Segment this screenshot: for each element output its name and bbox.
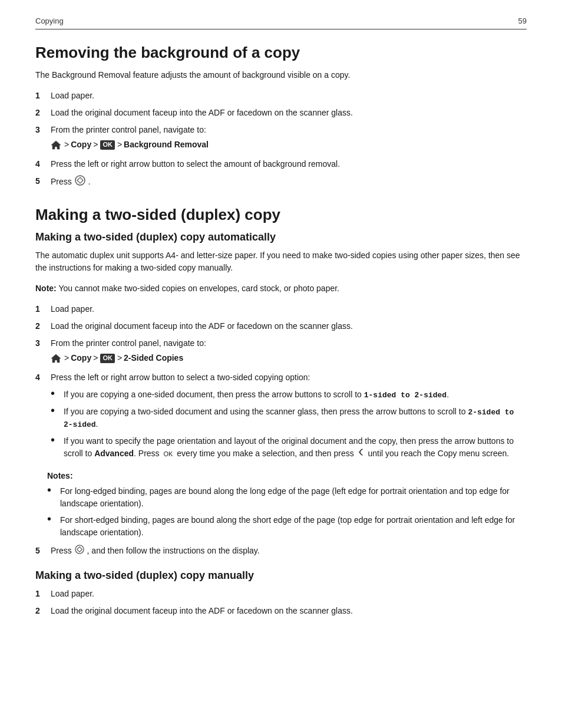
subsection2-steps: 1 Load paper. 2 Load the original docume… bbox=[35, 588, 527, 617]
step-1: 1 Load paper. bbox=[35, 90, 527, 102]
step-num-4: 4 bbox=[35, 158, 48, 170]
step-2: 2 Load the original document faceup into… bbox=[35, 107, 527, 119]
bullet-list-options: • If you are copying a one-sided documen… bbox=[51, 388, 527, 460]
step-num-2: 2 bbox=[35, 107, 48, 119]
step-num-3: 3 bbox=[35, 124, 48, 136]
s2-step-3: 3 From the printer control panel, naviga… bbox=[35, 337, 527, 367]
step-content-2: Load the original document faceup into t… bbox=[51, 107, 527, 119]
s3-step-1: 1 Load paper. bbox=[35, 588, 527, 600]
s2-step-4: 4 Press the left or right arrow button t… bbox=[35, 371, 527, 465]
s2-copy-nav-label: Copy bbox=[71, 352, 91, 364]
ok-box-2: OK bbox=[100, 354, 115, 363]
header-bar: Copying 59 bbox=[35, 17, 527, 29]
home-icon-2 bbox=[51, 354, 61, 363]
section1-intro: The Background Removal feature adjusts t… bbox=[35, 69, 527, 81]
arrow-3: > bbox=[117, 139, 122, 151]
s2-step-content-2: Load the original document faceup into t… bbox=[51, 320, 527, 332]
nav-path-2: > Copy > OK > 2-Sided Copies bbox=[51, 352, 183, 364]
s2-step-num-5: 5 bbox=[35, 545, 48, 557]
section1-title: Removing the background of a copy bbox=[35, 44, 527, 62]
note-content-2: For short-edged binding, pages are bound… bbox=[60, 514, 527, 539]
ok-box-1: OK bbox=[100, 140, 115, 150]
note-content-1: For long-edged binding, pages are bound … bbox=[60, 485, 527, 510]
step-content-3: From the printer control panel, navigate… bbox=[51, 124, 527, 153]
back-arrow-icon bbox=[356, 447, 366, 460]
home-icon bbox=[51, 140, 61, 150]
copy-nav-label: Copy bbox=[71, 139, 91, 151]
bullet-content-2: If you are copying a two-sided document … bbox=[64, 406, 527, 431]
s2-step-num-1: 1 bbox=[35, 303, 48, 315]
note-dot-1: • bbox=[47, 484, 58, 496]
nav-path-1: > Copy > OK > Background Removal bbox=[51, 139, 209, 151]
step-content-5: Press . bbox=[51, 175, 527, 189]
bullet-dot-1: • bbox=[51, 387, 61, 399]
s2-step-num-4: 4 bbox=[35, 371, 48, 384]
note-dot-2: • bbox=[47, 513, 58, 525]
start-button-icon-2 bbox=[75, 545, 84, 558]
step-4: 4 Press the left or right arrow button t… bbox=[35, 158, 527, 170]
notes-title: Notes: bbox=[47, 471, 527, 480]
s2-step-num-2: 2 bbox=[35, 320, 48, 332]
bullet-item-3: • If you want to specify the page orient… bbox=[51, 435, 527, 460]
step-num-5: 5 bbox=[35, 175, 48, 187]
two-sided-nav-label: 2-Sided Copies bbox=[124, 352, 183, 364]
step-content-4: Press the left or right arrow button to … bbox=[51, 158, 527, 170]
advanced-bold: Advanced bbox=[94, 449, 134, 458]
arrow-1: > bbox=[64, 139, 69, 151]
s2-step-2: 2 Load the original document faceup into… bbox=[35, 320, 527, 332]
subsection1-steps: 1 Load paper. 2 Load the original docume… bbox=[35, 303, 527, 465]
bullet-content-3: If you want to specify the page orientat… bbox=[64, 435, 527, 460]
s2-step-content-3: From the printer control panel, navigate… bbox=[51, 337, 527, 367]
section1-steps: 1 Load paper. 2 Load the original docume… bbox=[35, 90, 527, 189]
s2-step-content-5: Press , and then follow the instructions… bbox=[51, 545, 527, 558]
step-5: 5 Press . bbox=[35, 175, 527, 189]
s2-step-1: 1 Load paper. bbox=[35, 303, 527, 315]
note-item-2: • For short-edged binding, pages are bou… bbox=[47, 514, 527, 539]
code-2-sided: 2-sided to 2-sided bbox=[64, 408, 514, 430]
subsection1-title: Making a two-sided (duplex) copy automat… bbox=[35, 231, 527, 243]
section2-title: Making a two-sided (duplex) copy bbox=[35, 206, 527, 224]
bg-removal-label: Background Removal bbox=[124, 139, 209, 151]
bullet-item-2: • If you are copying a two-sided documen… bbox=[51, 406, 527, 431]
bullet-dot-2: • bbox=[51, 404, 61, 416]
page-content: Copying 59 Removing the background of a … bbox=[0, 0, 562, 647]
subsection1-note: Note: You cannot make two-sided copies o… bbox=[35, 282, 527, 295]
section-label: Copying bbox=[35, 17, 64, 25]
s2-step-num-3: 3 bbox=[35, 337, 48, 350]
start-button-icon bbox=[75, 175, 85, 189]
subsection2-title: Making a two-sided (duplex) copy manuall… bbox=[35, 569, 527, 582]
arrow-2: > bbox=[93, 139, 98, 151]
bullet-content-1: If you are copying a one-sided document,… bbox=[64, 388, 527, 401]
step-num-1: 1 bbox=[35, 90, 48, 102]
page-number: 59 bbox=[518, 17, 527, 25]
bullet-item-1: • If you are copying a one-sided documen… bbox=[51, 388, 527, 401]
note-item-1: • For long-edged binding, pages are boun… bbox=[47, 485, 527, 510]
svg-marker-3 bbox=[77, 547, 82, 552]
step-3: 3 From the printer control panel, naviga… bbox=[35, 124, 527, 153]
bullet-dot-3: • bbox=[51, 434, 61, 446]
section2-container: Making a two-sided (duplex) copy Making … bbox=[35, 206, 527, 617]
subsection1-intro: The automatic duplex unit supports A4- a… bbox=[35, 249, 527, 274]
s2-step-content-1: Load paper. bbox=[51, 303, 527, 315]
ok-box-inline: OK bbox=[162, 449, 175, 460]
s2-step-content-4: Press the left or right arrow button to … bbox=[51, 371, 527, 465]
s3-step-content-1: Load paper. bbox=[51, 588, 527, 600]
s3-step-2: 2 Load the original document faceup into… bbox=[35, 605, 527, 617]
s3-step-num-1: 1 bbox=[35, 588, 48, 600]
s2-step-5: 5 Press , and then follow the instructio… bbox=[35, 545, 527, 558]
notes-list: • For long-edged binding, pages are boun… bbox=[47, 485, 527, 539]
svg-marker-1 bbox=[77, 177, 83, 183]
step-content-1: Load paper. bbox=[51, 90, 527, 102]
notes-block: Notes: • For long-edged binding, pages a… bbox=[47, 471, 527, 539]
code-1-sided: 1-sided to 2-sided bbox=[364, 391, 447, 400]
s3-step-num-2: 2 bbox=[35, 605, 48, 617]
subsection1-step5: 5 Press , and then follow the instructio… bbox=[35, 545, 527, 558]
s3-step-content-2: Load the original document faceup into t… bbox=[51, 605, 527, 617]
note-label: Note: bbox=[35, 284, 57, 293]
